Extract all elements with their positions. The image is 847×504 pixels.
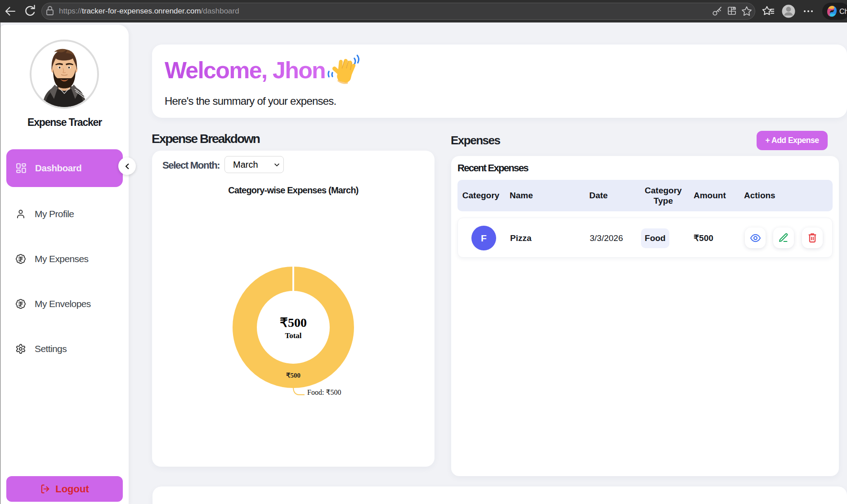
svg-text:₹500: ₹500 <box>286 372 300 379</box>
svg-text:Ch: Ch <box>839 8 847 15</box>
svg-text:Total: Total <box>285 331 301 340</box>
svg-text:₹500: ₹500 <box>280 316 307 330</box>
svg-text:Food: ₹500: Food: ₹500 <box>307 388 341 396</box>
